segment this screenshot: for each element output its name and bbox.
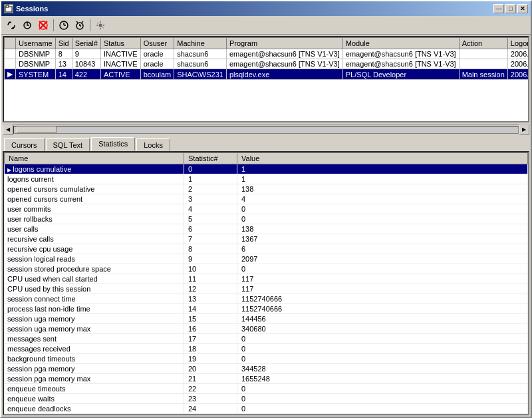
stats-cell-value: 1152740666 [237, 304, 528, 314]
stats-row[interactable]: process last non-idle time141152740666 [5, 304, 528, 314]
cell-action: Main session [459, 69, 507, 80]
stats-cell-name: session stored procedure space [5, 264, 184, 274]
cell-module: emagent@shacsun6 [TNS V1-V3] [342, 49, 459, 59]
stats-name-text: opened cursors current [7, 195, 82, 203]
clock-button[interactable] [57, 18, 71, 33]
stats-cell-stat: 24 [184, 404, 237, 414]
cell-program: emagent@shacsun6 [TNS V1-V3] [226, 59, 342, 69]
hscroll-track[interactable] [13, 126, 519, 134]
stats-row[interactable]: opened cursors cumulative2138 [5, 184, 528, 194]
stats-name-text: CPU used by this session [7, 285, 90, 293]
col-header-username: Username [16, 38, 56, 49]
titlebar-left: Sessions [4, 4, 48, 13]
cell-status: ACTIVE [100, 69, 140, 80]
refresh-button[interactable] [4, 18, 19, 33]
horizontal-scrollbar[interactable]: ◀ ▶ [3, 124, 529, 134]
stats-cell-stat: 0 [184, 164, 237, 174]
scroll-right-button[interactable]: ▶ [519, 124, 529, 135]
stats-row[interactable]: user calls6138 [5, 224, 528, 234]
stats-row[interactable]: session pga memory20344528 [5, 364, 528, 374]
stats-name-text: logons current [7, 175, 54, 183]
stats-row[interactable]: recursive cpu usage86 [5, 244, 528, 254]
stats-name-text: session pga memory [7, 365, 75, 373]
stats-row[interactable]: enqueue deadlocks240 [5, 404, 528, 414]
stats-row[interactable]: messages sent170 [5, 334, 528, 344]
sessions-area: Username Sid Serial# Status Osuser Machi… [3, 36, 529, 122]
stats-cell-name: session connect time [5, 294, 184, 304]
stats-row[interactable]: logons current11 [5, 174, 528, 184]
stats-cell-stat: 2 [184, 184, 237, 194]
stats-cell-name: messages sent [5, 334, 184, 344]
minimize-button[interactable]: — [493, 4, 504, 13]
stats-cell-value: 144456 [237, 314, 528, 324]
stats-name-text: user rollbacks [7, 215, 53, 223]
stats-row[interactable]: user commits40 [5, 204, 528, 214]
cell-program: emagent@shacsun6 [TNS V1-V3] [226, 49, 342, 59]
stats-name-text: enqueue deadlocks [7, 405, 70, 413]
toolbar-separator-1 [53, 19, 54, 31]
hscroll-thumb[interactable] [17, 126, 57, 133]
sessions-row[interactable]: DBSNMP1310843INACTIVEoracleshacsun6emage… [5, 59, 530, 69]
stats-row[interactable]: ▶ logons cumulative01 [5, 164, 528, 174]
alarm-button[interactable] [72, 18, 87, 33]
col-header-status: Status [100, 38, 140, 49]
stats-name-text: recursive calls [7, 235, 54, 243]
stats-name-text: logons cumulative [13, 165, 71, 173]
cell-serial: 10843 [72, 59, 100, 69]
stats-cell-value: 138 [237, 184, 528, 194]
row-arrow: ▶ [5, 69, 16, 80]
maximize-button[interactable]: □ [505, 4, 516, 13]
stats-cell-stat: 16 [184, 324, 237, 334]
cell-module: PL/SQL Developer [342, 69, 459, 80]
tab-sql-text[interactable]: SQL Text [46, 138, 90, 151]
stats-row[interactable]: recursive calls71367 [5, 234, 528, 244]
tab-cursors[interactable]: Cursors [4, 138, 45, 151]
stats-col-header-value: Value [237, 153, 528, 164]
stats-row[interactable]: session uga memory max16340680 [5, 324, 528, 334]
cell-logon: 2006. [507, 49, 529, 59]
stats-row[interactable]: opened cursors current34 [5, 194, 528, 204]
stats-row[interactable]: session uga memory15144456 [5, 314, 528, 324]
stats-scroll-wrapper[interactable]: Name Statistic# Value ▶ logons cumulativ… [4, 152, 528, 414]
sessions-row[interactable]: DBSNMP89INACTIVEoracleshacsun6emagent@sh… [5, 49, 530, 59]
stats-row[interactable]: session logical reads92097 [5, 254, 528, 264]
cell-logon: 2006. [507, 69, 529, 80]
row-arrow [5, 49, 16, 59]
stats-row[interactable]: session pga memory max211655248 [5, 374, 528, 384]
toolbar-separator-2 [90, 19, 90, 31]
svg-line-11 [82, 21, 83, 23]
stats-row[interactable]: enqueue waits230 [5, 394, 528, 404]
stats-cell-name: CPU used by this session [5, 284, 184, 294]
stats-cell-value: 1152740666 [237, 294, 528, 304]
scroll-left-button[interactable]: ◀ [3, 124, 13, 135]
kill-session-button[interactable] [36, 18, 51, 33]
tab-statistics[interactable]: Statistics [91, 137, 135, 151]
stats-row[interactable]: session stored procedure space100 [5, 264, 528, 274]
stats-row[interactable]: session connect time131152740666 [5, 294, 528, 304]
stats-col-header-name: Name [5, 153, 184, 164]
stats-row[interactable]: CPU used by this session12117 [5, 284, 528, 294]
close-button[interactable]: ✕ [517, 4, 528, 13]
stats-cell-stat: 10 [184, 264, 237, 274]
stats-cell-value: 1367 [237, 234, 528, 244]
stats-name-text: process last non-idle time [7, 305, 90, 313]
reload-button[interactable] [20, 18, 35, 33]
sessions-row[interactable]: ▶SYSTEM14422ACTIVEbcoulamSHAC\WS231plsql… [5, 69, 530, 80]
stats-cell-stat: 5 [184, 214, 237, 224]
configure-button[interactable] [93, 18, 108, 33]
stats-name-text: session connect time [7, 295, 76, 303]
col-header-machine: Machine [174, 38, 227, 49]
stats-cell-value: 340680 [237, 324, 528, 334]
stats-row[interactable]: CPU used when call started11117 [5, 274, 528, 284]
stats-cell-name: messages received [5, 344, 184, 354]
tab-locks[interactable]: Locks [136, 138, 170, 151]
col-header-serial: Serial# [72, 38, 100, 49]
stats-row[interactable]: enqueue timeouts220 [5, 384, 528, 394]
stats-row[interactable]: messages received180 [5, 344, 528, 354]
cell-osuser: oracle [140, 49, 174, 59]
cell-program: plsqldev.exe [226, 69, 342, 80]
stats-row[interactable]: background timeouts190 [5, 354, 528, 364]
stats-row[interactable]: enqueue requests2517 [5, 414, 528, 415]
stats-row[interactable]: user rollbacks50 [5, 214, 528, 224]
stats-cell-value: 0 [237, 214, 528, 224]
